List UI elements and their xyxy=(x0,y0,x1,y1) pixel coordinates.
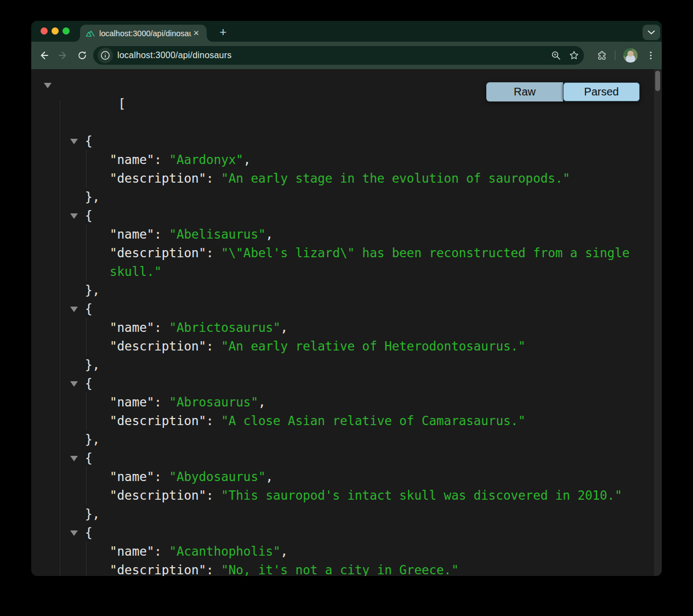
minimize-window-button[interactable] xyxy=(52,27,59,35)
site-info-button[interactable] xyxy=(98,48,113,63)
json-name-row: name: Abelisaurus, xyxy=(110,225,646,244)
json-description-row: description: A close Asian relative of C… xyxy=(110,411,646,430)
json-object-open-row: { xyxy=(85,132,652,150)
json-description-row: description: No, it's not a city in Gree… xyxy=(110,561,646,576)
page-content: Raw Parsed [ { name: Aardonyx, descripti… xyxy=(31,69,662,576)
json-object-close-row: }, xyxy=(85,355,652,374)
json-object-open-row: { xyxy=(85,206,652,225)
zoom-page-button[interactable] xyxy=(551,50,561,60)
collapse-triangle-icon[interactable] xyxy=(70,381,78,387)
json-key: description xyxy=(110,339,206,353)
chevron-down-icon xyxy=(647,30,655,35)
new-tab-button[interactable]: + xyxy=(215,25,231,41)
json-key: description xyxy=(110,171,206,185)
json-object: { name: Abydosaurus, description: This s… xyxy=(31,449,652,523)
json-key: name xyxy=(110,470,154,484)
forward-button[interactable] xyxy=(58,50,67,60)
reload-button[interactable] xyxy=(77,50,87,60)
json-object-open-row: { xyxy=(85,374,652,393)
browser-toolbar: localhost:3000/api/dinosaurs xyxy=(31,42,662,69)
json-description-row: description: An early relative of Hetero… xyxy=(110,337,646,355)
collapse-triangle-icon[interactable] xyxy=(70,307,78,312)
info-icon xyxy=(100,50,110,60)
json-viewer: [ { name: Aardonyx, description: An earl… xyxy=(31,76,652,576)
back-button[interactable] xyxy=(39,50,49,60)
json-string: A close Asian relative of Camarasaurus. xyxy=(221,414,525,428)
json-object: { name: Abrosaurus, description: A close… xyxy=(31,374,652,449)
toolbar-divider xyxy=(615,50,616,60)
json-key: name xyxy=(110,395,154,409)
collapse-triangle-icon[interactable] xyxy=(44,83,52,88)
scrollbar-track[interactable] xyxy=(654,69,662,576)
json-name-row: name: Aardonyx, xyxy=(110,150,646,169)
json-key: name xyxy=(110,544,154,558)
json-object-open-row: { xyxy=(85,299,652,318)
browser-window: localhost:3000/api/dinosaurs ✕ + xyxy=(31,21,662,576)
json-object-open-row: { xyxy=(85,449,652,467)
json-string: Acanthopholis xyxy=(169,544,280,558)
json-key: name xyxy=(110,152,154,167)
json-string: An early relative of Heterodontosaurus. xyxy=(221,339,525,353)
json-name-row: name: Abrosaurus, xyxy=(110,393,646,411)
window-controls xyxy=(41,27,70,35)
tab-title: localhost:3000/api/dinosaurs xyxy=(99,29,191,38)
json-key: description xyxy=(110,488,206,502)
scrollbar-thumb[interactable] xyxy=(655,71,660,91)
json-string: No, it's not a city in Greece. xyxy=(221,563,458,576)
json-string: Abydosaurus xyxy=(169,470,265,484)
extensions-puzzle-button[interactable] xyxy=(597,50,607,60)
parsed-button[interactable]: Parsed xyxy=(563,82,640,101)
raw-parsed-toggle: Raw Parsed xyxy=(486,82,640,101)
tab-favicon-icon xyxy=(86,29,95,37)
profile-avatar[interactable] xyxy=(623,48,638,63)
json-name-row: name: Abrictosaurus, xyxy=(110,318,646,337)
address-bar[interactable]: localhost:3000/api/dinosaurs xyxy=(93,46,584,65)
json-object-close-row: }, xyxy=(85,505,652,523)
json-object: { name: Abrictosaurus, description: An e… xyxy=(31,299,652,374)
tab-search-button[interactable] xyxy=(643,25,660,40)
json-object-open-row: { xyxy=(85,523,652,542)
json-string: An early stage in the evolution of sauro… xyxy=(221,171,570,185)
browser-menu-button[interactable] xyxy=(646,50,656,60)
json-object-close-row: }, xyxy=(85,188,652,206)
json-name-row: name: Abydosaurus, xyxy=(110,467,646,486)
json-object: { name: Aardonyx, description: An early … xyxy=(31,132,652,206)
url-text[interactable]: localhost:3000/api/dinosaurs xyxy=(117,46,231,65)
json-string: Abrosaurus xyxy=(169,395,258,409)
json-object: { name: Acanthopholis, description: No, … xyxy=(31,523,652,576)
json-description-row: description: This sauropod's intact skul… xyxy=(110,486,646,505)
close-window-button[interactable] xyxy=(41,27,48,35)
json-object: { name: Abelisaurus, description: \"Abel… xyxy=(31,206,652,299)
json-object-close-row: }, xyxy=(85,281,652,299)
json-string: This sauropod's intact skull was discove… xyxy=(221,488,622,502)
collapse-triangle-icon[interactable] xyxy=(70,213,78,219)
json-string: Aardonyx xyxy=(169,152,243,167)
json-string: Abrictosaurus xyxy=(169,320,280,335)
tab-strip: localhost:3000/api/dinosaurs ✕ + xyxy=(31,21,662,42)
json-name-row: name: Acanthopholis, xyxy=(110,542,646,561)
json-key: name xyxy=(110,227,154,241)
tab-close-icon[interactable]: ✕ xyxy=(191,29,201,38)
json-key: description xyxy=(110,246,206,260)
collapse-triangle-icon[interactable] xyxy=(70,530,78,536)
json-key: description xyxy=(110,414,206,428)
json-key: description xyxy=(110,563,206,576)
json-description-row: description: \"Abel's lizard\" has been … xyxy=(110,244,646,281)
json-key: name xyxy=(110,320,154,335)
raw-button[interactable]: Raw xyxy=(486,82,563,101)
zoom-window-button[interactable] xyxy=(63,27,70,35)
bookmark-star-button[interactable] xyxy=(569,50,579,60)
browser-tab[interactable]: localhost:3000/api/dinosaurs ✕ xyxy=(80,25,207,42)
json-object-close-row: }, xyxy=(85,430,652,449)
json-description-row: description: An early stage in the evolu… xyxy=(110,169,646,188)
collapse-triangle-icon[interactable] xyxy=(70,139,78,144)
collapse-triangle-icon[interactable] xyxy=(70,456,78,461)
json-string: Abelisaurus xyxy=(169,227,265,241)
